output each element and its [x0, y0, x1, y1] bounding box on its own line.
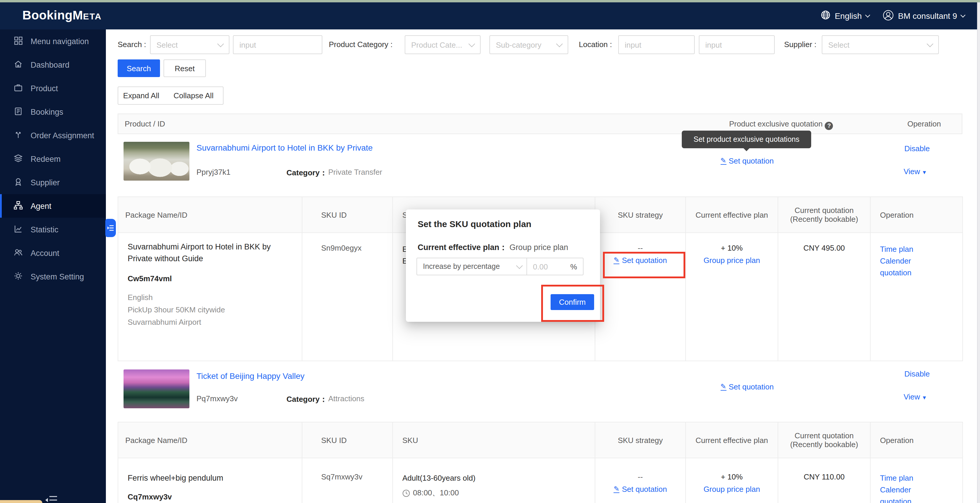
sidebar-item-bookings[interactable]: Bookings: [0, 100, 106, 124]
category-label: Category：: [286, 168, 327, 178]
package-name: Suvarnabhumi Airport to Hotel in BKK by …: [128, 241, 292, 265]
sidebar-item-order-assignment[interactable]: Order Assignment: [0, 124, 106, 147]
sku-set-quotation-link[interactable]: ✎Set quotation: [605, 256, 676, 265]
exclusive-quotation-column-label: Product exclusive quotation?: [711, 119, 852, 130]
sidebar-item-label: Supplier: [30, 178, 60, 187]
sku-id-cell: Sq7mxwy3v: [302, 458, 393, 503]
supplier-label: Supplier :: [784, 40, 816, 49]
time-plan-link[interactable]: Time plan: [880, 244, 953, 255]
confirm-button[interactable]: Confirm: [550, 294, 594, 310]
location-input-1[interactable]: [618, 35, 695, 54]
time-plan-link[interactable]: Time plan: [880, 473, 953, 484]
sidebar-item-menu-navigation[interactable]: Menu navigation: [0, 29, 106, 53]
product-id: Pq7mxwy3v: [196, 394, 238, 403]
sku-strategy-cell: -- ✎Set quotation: [595, 233, 686, 361]
product-category-select[interactable]: Product Cate...: [405, 35, 480, 54]
home-icon: [14, 59, 23, 70]
sidebar-item-system-setting[interactable]: System Setting: [0, 265, 106, 288]
expand-all-button[interactable]: Expand All: [118, 86, 165, 105]
search-type-select[interactable]: Select: [150, 35, 229, 54]
edit-pen-icon: ✎: [720, 157, 726, 165]
sub-category-select[interactable]: Sub-category: [489, 35, 568, 54]
layers-icon: [14, 153, 23, 164]
location-label: Location :: [579, 40, 612, 49]
calender-quotation-link-line2[interactable]: quotation: [880, 496, 953, 503]
sidebar-item-statistic[interactable]: Statistic: [0, 218, 106, 241]
clock-icon: [402, 489, 410, 497]
edit-pen-icon: ✎: [614, 485, 619, 493]
calender-quotation-link-line1[interactable]: Calender: [880, 484, 953, 496]
product-disable-link[interactable]: Disable: [894, 369, 940, 378]
col-operation: Operation: [870, 422, 963, 458]
product-thumbnail-park[interactable]: [124, 369, 189, 408]
language-switcher[interactable]: English: [821, 2, 869, 29]
operation-column-label: Operation: [895, 119, 953, 128]
window-top-strip: [0, 0, 980, 2]
briefcase-icon: [14, 83, 23, 94]
col-operation: Operation: [870, 197, 963, 233]
product-thumbnail-vans[interactable]: [124, 142, 189, 181]
scrollbar-track[interactable]: [977, 2, 980, 503]
product-view-link[interactable]: View▼: [892, 167, 939, 176]
product-set-quotation-link[interactable]: ✎Set quotation: [700, 156, 794, 165]
product-title-link[interactable]: Suvarnabhumi Airport to Hotel in BKK by …: [196, 143, 373, 152]
reset-button[interactable]: Reset: [164, 59, 206, 77]
sidebar-item-dashboard[interactable]: Dashboard: [0, 53, 106, 76]
search-button[interactable]: Search: [118, 59, 160, 77]
sidebar-item-redeem[interactable]: Redeem: [0, 147, 106, 170]
sidebar-collapse-icon[interactable]: [45, 495, 59, 503]
product-title-link[interactable]: Ticket of Beijing Happy Valley: [196, 371, 304, 380]
sku-name: Adult(13-60years old): [402, 473, 585, 484]
sku-set-quotation-link[interactable]: ✎Set quotation: [605, 485, 676, 493]
supplier-select[interactable]: Select: [822, 35, 939, 54]
main-content: Search : Select Product Category : Produ…: [106, 29, 978, 503]
app-root: BookingMETA English BM consultant 9: [0, 0, 980, 503]
col-sku-strategy: SKU strategy: [595, 197, 686, 233]
expand-panel-icon: [107, 224, 114, 232]
package-detail-pickup: PickUp 3hour 50KM citywide: [128, 304, 292, 316]
set-quotation-label: Set quotation: [622, 485, 667, 493]
modal-input-group: Increase by percentage %: [417, 258, 584, 275]
sidebar-item-account[interactable]: Account: [0, 241, 106, 265]
chevron-down-icon: [865, 13, 870, 18]
calender-quotation-link-line2[interactable]: quotation: [880, 267, 953, 279]
question-circle-icon[interactable]: ?: [825, 121, 833, 130]
calender-quotation-link-line1[interactable]: Calender: [880, 255, 953, 267]
sidebar: Menu navigation Dashboard Product Bookin…: [0, 29, 106, 503]
quotation-method-select[interactable]: Increase by percentage: [417, 258, 527, 275]
product-view-link[interactable]: View▼: [892, 392, 939, 401]
amount-input[interactable]: [527, 262, 568, 271]
product-set-quotation-link[interactable]: ✎Set quotation: [700, 382, 794, 391]
brand-logo: BookingMETA: [22, 8, 102, 22]
product-id: Ppryj37k1: [196, 168, 231, 177]
location-input-2[interactable]: [699, 35, 775, 54]
strategy-empty-value: --: [605, 473, 676, 481]
sidebar-item-supplier[interactable]: Supplier: [0, 170, 106, 194]
plan-percent: + 10%: [695, 473, 768, 481]
user-menu[interactable]: BM consultant 9: [882, 2, 965, 29]
search-filter-label: Search :: [118, 40, 146, 49]
collapse-all-button[interactable]: Collapse All: [164, 86, 224, 105]
package-cell: Ferris wheel+big pendulum Cq7mxwy3v: [118, 458, 302, 503]
package-id: Cq7mxwy3v: [128, 492, 292, 501]
search-input[interactable]: [233, 35, 322, 54]
category-value: Private Transfer: [328, 168, 382, 177]
tooltip-set-product-exclusive-quotations: Set product exclusive quotations: [682, 131, 811, 148]
sidebar-item-agent[interactable]: Agent: [0, 194, 106, 218]
gear-icon: [14, 271, 23, 282]
group-price-plan-link[interactable]: Group price plan: [695, 485, 768, 493]
set-quotation-label: Set quotation: [622, 256, 667, 265]
package-detail-location: Suvarnabhumi Airport: [128, 316, 292, 328]
chevron-down-icon: [556, 41, 563, 47]
sidebar-item-label: Bookings: [30, 107, 63, 116]
chevron-down-icon: [961, 13, 966, 18]
sidebar-item-product[interactable]: Product: [0, 76, 106, 100]
sidebar-item-label: Product: [30, 84, 58, 93]
product-disable-link[interactable]: Disable: [894, 144, 940, 153]
logo-text-booking: Booking: [22, 8, 73, 22]
sku-cell: Adult(13-60years old) 08:00、10:00: [393, 458, 595, 503]
package-id: Cw5m74vml: [128, 274, 292, 283]
group-price-plan-link[interactable]: Group price plan: [695, 256, 768, 265]
sidebar-expand-toggle[interactable]: [105, 219, 116, 237]
sku-table-2: Package Name/ID SKU ID SKU SKU strategy …: [118, 422, 963, 503]
